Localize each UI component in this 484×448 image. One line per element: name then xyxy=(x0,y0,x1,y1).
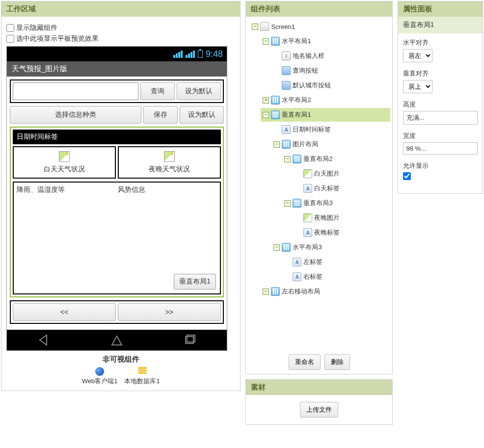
vertical-layout-icon xyxy=(293,199,301,208)
selection-tag: 垂直布局1 xyxy=(174,274,216,290)
tree-node-img-layout[interactable]: −图片布局 xyxy=(271,137,390,151)
select-kind-button[interactable]: 选择信息种类 xyxy=(10,106,141,124)
spacer xyxy=(284,274,291,280)
night-weather-label: 夜晚天气状况 xyxy=(149,165,190,174)
component-tree: −Screen1 −水平布局1 地名输入框 查询按钮 默认城市按钮 xyxy=(248,20,390,298)
tree-node-query-btn[interactable]: 查询按钮 xyxy=(271,64,390,78)
show-hidden-checkbox[interactable]: 显示隐藏组件 xyxy=(6,24,235,32)
label-icon xyxy=(293,258,301,266)
upload-file-button[interactable]: 上传文件 xyxy=(300,402,338,418)
nonvisible-title: 非可视组件 xyxy=(6,355,235,364)
rain-label: 降雨、温湿度等 xyxy=(16,184,117,195)
valign-label: 垂直对齐 xyxy=(403,69,478,78)
height-label: 高度 xyxy=(403,100,478,109)
tree-label: 右标签 xyxy=(303,272,323,281)
web-client-label: Web客户端1 xyxy=(82,377,118,386)
place-input[interactable] xyxy=(13,82,138,100)
day-weather-cell: 白天天气状况 xyxy=(13,146,116,179)
app-title-bar: 天气预报_图片版 xyxy=(7,61,227,77)
tree-node-place-input[interactable]: 地名输入框 xyxy=(271,49,390,63)
tree-node-date-lbl[interactable]: 日期时间标签 xyxy=(271,123,390,136)
tree-label: 垂直布局1 xyxy=(282,110,311,119)
visible-label: 允许显示 xyxy=(403,161,478,170)
image-icon xyxy=(303,169,312,178)
query-button[interactable]: 查询 xyxy=(140,82,175,100)
label-icon xyxy=(303,184,312,193)
local-db-component[interactable]: 本地数据库1 xyxy=(124,367,160,386)
spacer xyxy=(295,185,301,192)
halign-select[interactable]: 居左 xyxy=(403,49,432,62)
collapse-icon[interactable]: − xyxy=(263,289,269,295)
tree-label: 左标签 xyxy=(303,258,323,266)
label-icon xyxy=(293,272,301,281)
halign-label: 水平对齐 xyxy=(403,38,478,47)
collapse-icon[interactable]: − xyxy=(273,244,280,251)
tree-node-lr-layout[interactable]: −左右移动布局 xyxy=(261,285,390,298)
nonvisible-components: 非可视组件 Web客户端1 本地数据库1 xyxy=(6,355,235,386)
collapse-icon[interactable]: − xyxy=(252,24,258,30)
collapse-icon[interactable]: − xyxy=(263,112,269,118)
screen-icon xyxy=(260,22,269,31)
tree-node-v1[interactable]: −垂直布局1 xyxy=(261,108,390,122)
tree-node-v3[interactable]: −垂直布局3 xyxy=(282,196,390,210)
recent-icon xyxy=(183,333,197,347)
database-icon xyxy=(138,367,147,376)
save-button[interactable]: 保存 xyxy=(143,106,178,124)
tree-node-h3[interactable]: −水平布局3 xyxy=(271,240,390,254)
web-client-component[interactable]: Web客户端1 xyxy=(82,367,118,386)
textbox-icon xyxy=(282,52,291,60)
tablet-preview-checkbox[interactable]: 选中此项显示平板预览效果 xyxy=(6,34,235,43)
button-icon xyxy=(282,81,291,90)
horizontal-layout-icon xyxy=(271,96,280,105)
horizontal-layout-icon xyxy=(271,287,280,296)
date-time-label: 日期时间标签 xyxy=(14,131,220,143)
tree-node-default-btn[interactable]: 默认城市按钮 xyxy=(271,79,390,92)
prev-button[interactable]: << xyxy=(13,303,116,321)
wifi-icon xyxy=(173,51,183,58)
tree-node-day-img[interactable]: 白天图片 xyxy=(293,167,390,181)
night-weather-cell: 夜晚天气状况 xyxy=(118,146,221,179)
tree-label: 夜晚图片 xyxy=(314,213,340,222)
status-clock: 9:48 xyxy=(206,49,223,59)
tree-node-night-img[interactable]: 夜晚图片 xyxy=(293,211,390,225)
spacer xyxy=(295,215,301,221)
collapse-icon[interactable]: − xyxy=(284,200,291,207)
rename-button[interactable]: 重命名 xyxy=(289,354,321,370)
tree-node-right-lbl[interactable]: 右标签 xyxy=(282,270,390,284)
set-default-button-2[interactable]: 设为默认 xyxy=(180,106,224,124)
visible-checkbox[interactable] xyxy=(403,172,411,180)
selected-component-name: 垂直布局1 xyxy=(398,17,483,33)
tree-node-left-lbl[interactable]: 左标签 xyxy=(282,255,390,269)
height-value[interactable]: 充满... xyxy=(403,111,478,125)
tree-node-day-lbl[interactable]: 白天标签 xyxy=(293,182,390,195)
show-hidden-label: 显示隐藏组件 xyxy=(16,24,57,32)
next-button[interactable]: >> xyxy=(118,303,221,321)
valign-select[interactable]: 居上 xyxy=(403,80,432,93)
tree-node-night-lbl[interactable]: 夜晚标签 xyxy=(293,226,390,239)
spacer xyxy=(284,259,291,265)
image-icon xyxy=(303,213,312,222)
collapse-icon[interactable]: − xyxy=(263,38,269,45)
tree-label: 查询按钮 xyxy=(293,66,318,75)
tree-node-screen1[interactable]: −Screen1 xyxy=(250,20,390,33)
tree-label: 水平布局1 xyxy=(282,37,311,46)
tree-node-v2[interactable]: −垂直布局2 xyxy=(282,152,390,166)
component-list-header: 组件列表 xyxy=(246,1,392,17)
tree-label: 白天图片 xyxy=(314,169,340,178)
collapse-icon[interactable]: − xyxy=(273,141,280,148)
tree-node-h1[interactable]: −水平布局1 xyxy=(261,34,390,48)
android-nav-bar xyxy=(7,330,227,350)
spacer xyxy=(273,53,280,59)
expand-icon[interactable]: + xyxy=(263,97,269,104)
tree-label: 左右移动布局 xyxy=(282,287,320,296)
info-box: 降雨、温湿度等 风势信息 垂直布局1 xyxy=(13,182,221,294)
set-default-button-1[interactable]: 设为默认 xyxy=(177,82,221,100)
home-icon xyxy=(110,333,124,347)
selected-vertical-layout[interactable]: 日期时间标签 白天天气状况 夜晚天气状况 xyxy=(10,127,224,297)
signal-icon xyxy=(186,51,195,58)
tree-node-h2[interactable]: +水平布局2 xyxy=(261,93,390,107)
tree-label: 地名输入框 xyxy=(293,52,324,60)
collapse-icon[interactable]: − xyxy=(284,156,291,162)
width-value[interactable]: 98 %... xyxy=(403,142,478,155)
delete-button[interactable]: 删除 xyxy=(324,354,350,370)
